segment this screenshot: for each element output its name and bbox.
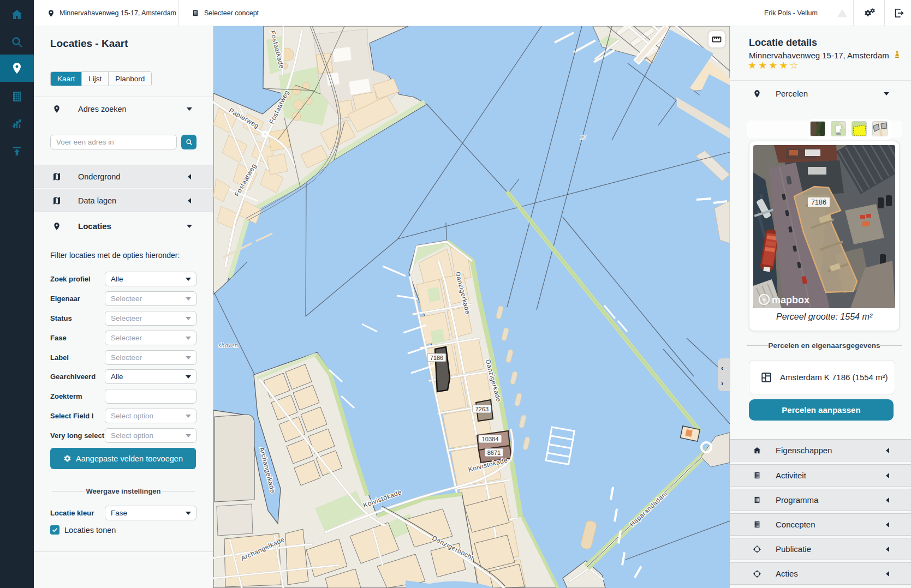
svg-text:+: +: [762, 296, 766, 304]
svg-text:8671: 8671: [487, 449, 501, 456]
svg-text:7186: 7186: [430, 355, 443, 361]
svg-text:IJ: IJ: [580, 133, 586, 141]
svg-text:shaven: shaven: [218, 341, 238, 349]
svg-text:7186: 7186: [811, 199, 826, 206]
svg-text:7263: 7263: [475, 406, 489, 412]
svg-text:mapbox: mapbox: [772, 295, 809, 305]
svg-text:10384: 10384: [482, 436, 499, 442]
